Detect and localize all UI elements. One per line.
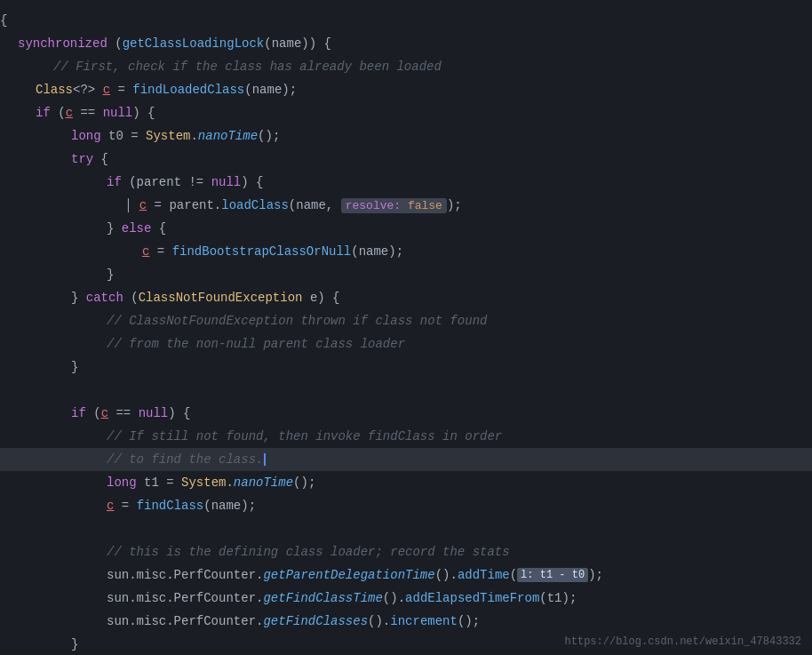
code-text: try xyxy=(71,152,101,166)
code-text: <?> xyxy=(73,83,103,97)
code-line: } xyxy=(0,355,812,379)
code-text: ( xyxy=(264,36,271,51)
code-text: (); xyxy=(258,129,280,143)
code-text: } xyxy=(107,221,122,236)
code-text: } xyxy=(71,360,78,374)
code-text: null xyxy=(103,106,133,120)
code-text: c xyxy=(139,198,147,212)
code-text: sun.misc.PerfCounter. xyxy=(107,614,263,628)
code-text: (). xyxy=(368,614,390,628)
code-line: long t1 = System . nanoTime (); xyxy=(0,471,812,494)
code-text: ) { xyxy=(132,106,155,120)
code-line: } else { xyxy=(0,217,812,240)
code-text: == xyxy=(73,106,103,120)
code-text: ( xyxy=(131,291,138,305)
code-text: if xyxy=(107,175,129,189)
code-text: nanoTime xyxy=(198,129,258,143)
code-text: Class xyxy=(36,83,73,97)
tooltip-loaded: l: t1 - t0 xyxy=(517,568,588,582)
code-line: { xyxy=(0,9,812,32)
code-line: // If still not found, then invoke findC… xyxy=(0,425,812,448)
code-text: // First, check if the class has already… xyxy=(53,60,442,74)
code-text: e xyxy=(310,291,317,305)
code-text: ( xyxy=(93,406,100,420)
code-line: } catch ( ClassNotFoundException e ) { xyxy=(0,286,812,309)
code-text: ) { xyxy=(241,175,263,189)
code-text: (name); xyxy=(244,83,297,97)
code-text: loadClass xyxy=(221,198,289,212)
code-line: } xyxy=(0,263,812,286)
code-text: synchronized xyxy=(18,36,115,51)
code-text: long xyxy=(71,129,108,143)
code-text: // this is the defining class loader; re… xyxy=(107,545,510,559)
code-text: ) { xyxy=(168,406,190,420)
code-text: } xyxy=(71,637,78,651)
code-text: c xyxy=(103,83,110,97)
code-text: ( xyxy=(510,568,517,582)
code-text: getFindClasses xyxy=(263,614,368,628)
code-text: (parent != xyxy=(129,175,211,189)
code-text: (name); xyxy=(351,244,403,259)
code-text: addTime xyxy=(458,568,510,582)
code-text: == xyxy=(108,406,139,420)
code-text: increment xyxy=(390,614,458,628)
code-line: sun.misc.PerfCounter. getFindClasses ().… xyxy=(0,610,812,633)
code-text: System xyxy=(146,129,190,143)
code-text: ); xyxy=(588,568,603,582)
code-line: try { xyxy=(0,148,812,171)
code-text: c xyxy=(107,499,114,513)
code-line: Class <?> c = findLoadedClass (name); xyxy=(0,78,812,101)
code-text: null xyxy=(211,175,242,189)
code-text: // from the non-null parent class loader xyxy=(107,337,405,351)
code-text: } xyxy=(107,268,114,282)
code-text: null xyxy=(139,406,169,420)
code-text: ) { xyxy=(317,291,339,305)
code-line: if ( c == null ) { xyxy=(0,402,812,425)
code-text: if xyxy=(71,406,93,420)
code-text: { xyxy=(101,152,108,166)
code-text: if xyxy=(36,106,58,120)
code-line: synchronized ( getClassLoadingLock ( nam… xyxy=(0,32,812,55)
code-text: ( xyxy=(58,106,65,120)
code-line: // First, check if the class has already… xyxy=(0,55,812,78)
code-editor: { synchronized ( getClassLoadingLock ( n… xyxy=(0,0,812,655)
code-text: = parent. xyxy=(147,198,221,212)
code-line: // this is the defining class loader; re… xyxy=(0,540,812,563)
code-text: findClass xyxy=(137,499,204,513)
code-text: (). xyxy=(435,568,458,582)
code-text: getClassLoadingLock xyxy=(123,36,265,51)
code-text: c xyxy=(66,106,73,120)
code-text: . xyxy=(226,475,233,490)
code-text: catch xyxy=(86,291,131,305)
code-text: nanoTime xyxy=(234,475,293,490)
code-text: name xyxy=(272,36,302,51)
code-text: c xyxy=(142,244,149,259)
code-line: sun.misc.PerfCounter. getParentDelegatio… xyxy=(0,563,812,587)
code-line: c = findClass (name); xyxy=(0,494,812,517)
code-line xyxy=(0,517,812,540)
code-text: long xyxy=(107,475,144,490)
code-text: . xyxy=(190,129,197,143)
code-text: else xyxy=(122,221,159,236)
code-text: = xyxy=(149,244,171,259)
code-text: findLoadedClass xyxy=(132,83,244,97)
code-text: t1 = xyxy=(144,475,181,490)
code-text: { xyxy=(0,13,7,28)
code-text: } xyxy=(71,291,86,305)
code-text: findBootstrapClassOrNull xyxy=(172,244,352,259)
tooltip-resolve: resolve: false xyxy=(341,198,447,213)
code-text: (); xyxy=(293,475,315,490)
watermark: https://blog.csdn.net/weixin_47843332 xyxy=(565,635,801,648)
code-text: getFindClassTime xyxy=(263,591,382,605)
code-text: = xyxy=(110,83,132,97)
code-line: c = findBootstrapClassOrNull (name); xyxy=(0,240,812,263)
code-text xyxy=(0,522,7,536)
code-text: getParentDelegationTime xyxy=(263,568,434,582)
code-line: if (parent != null ) { xyxy=(0,171,812,194)
code-text: // ClassNotFoundException thrown if clas… xyxy=(107,314,487,328)
code-line-highlighted: // to find the class. xyxy=(0,448,812,471)
code-line xyxy=(0,379,812,402)
code-text: addElapsedTimeFrom xyxy=(405,591,539,605)
code-line: │ c = parent. loadClass (name, resolve: … xyxy=(0,194,812,217)
code-text: (); xyxy=(458,614,480,628)
